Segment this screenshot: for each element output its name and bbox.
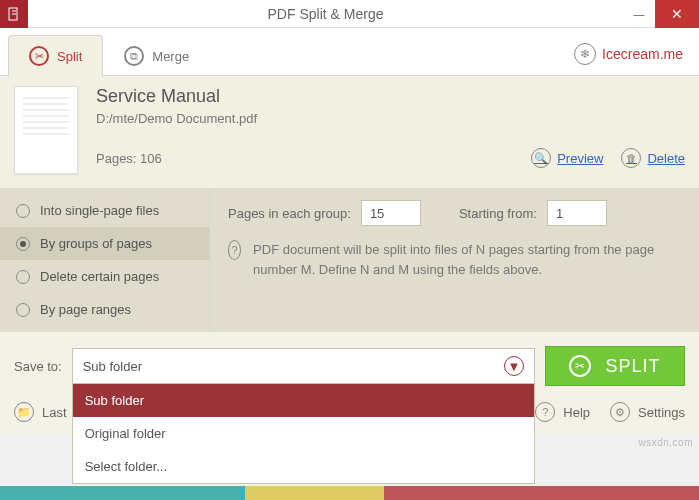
mode-delete-pages[interactable]: Delete certain pages bbox=[0, 260, 209, 293]
minimize-button[interactable]: — bbox=[623, 0, 655, 28]
info-text: PDF document will be split into files of… bbox=[253, 240, 681, 279]
dropdown-item-subfolder[interactable]: Sub folder bbox=[73, 384, 534, 417]
save-to-dropdown[interactable]: Sub folder ▼ Sub folder Original folder … bbox=[72, 348, 535, 384]
magnifier-icon: 🔍 bbox=[531, 148, 551, 168]
tab-split[interactable]: ✂ Split bbox=[8, 35, 103, 76]
delete-button[interactable]: 🗑 Delete bbox=[621, 148, 685, 168]
preview-label: Preview bbox=[557, 151, 603, 166]
last-label: Last bbox=[42, 405, 67, 420]
document-area: Service Manual D:/mte/Demo Document.pdf … bbox=[0, 76, 699, 188]
pages-label: Pages: 106 bbox=[96, 151, 162, 166]
help-label: Help bbox=[563, 405, 590, 420]
scissors-icon: ✂ bbox=[569, 355, 591, 377]
radio-icon bbox=[16, 237, 30, 251]
help-icon: ? bbox=[535, 402, 555, 422]
split-button[interactable]: ✂ SPLIT bbox=[545, 346, 685, 386]
tab-row: ✂ Split ⧉ Merge ❄ Icecream.me bbox=[0, 28, 699, 76]
last-button[interactable]: 📁 Last bbox=[14, 402, 67, 422]
tab-split-label: Split bbox=[57, 49, 82, 64]
mode-delete-label: Delete certain pages bbox=[40, 269, 159, 284]
starting-from-label: Starting from: bbox=[459, 206, 537, 221]
mode-single-page[interactable]: Into single-page files bbox=[0, 194, 209, 227]
tab-merge-label: Merge bbox=[152, 49, 189, 64]
dropdown-item-original[interactable]: Original folder bbox=[73, 417, 534, 450]
pages-each-label: Pages in each group: bbox=[228, 206, 351, 221]
mode-groups[interactable]: By groups of pages bbox=[0, 227, 209, 260]
document-thumbnail[interactable] bbox=[14, 86, 78, 174]
settings-button[interactable]: ⚙ Settings bbox=[610, 402, 685, 422]
document-meta: Service Manual D:/mte/Demo Document.pdf … bbox=[96, 86, 685, 178]
tab-merge[interactable]: ⧉ Merge bbox=[103, 35, 210, 76]
title-bar: PDF Split & Merge — ✕ bbox=[0, 0, 699, 28]
dropdown-display[interactable]: Sub folder ▼ bbox=[72, 348, 535, 384]
radio-icon bbox=[16, 270, 30, 284]
dropdown-item-select[interactable]: Select folder... bbox=[73, 450, 534, 483]
dropdown-menu: Sub folder Original folder Select folder… bbox=[72, 384, 535, 484]
mode-detail: Pages in each group: Starting from: ? PD… bbox=[210, 188, 699, 332]
gear-icon: ⚙ bbox=[610, 402, 630, 422]
brand-label: Icecream.me bbox=[602, 46, 683, 62]
close-button[interactable]: ✕ bbox=[655, 0, 699, 28]
document-path: D:/mte/Demo Document.pdf bbox=[96, 111, 685, 126]
watermark: wsxdn.com bbox=[638, 437, 693, 448]
bg-decoration bbox=[0, 486, 699, 500]
folder-icon: 📁 bbox=[14, 402, 34, 422]
mode-groups-label: By groups of pages bbox=[40, 236, 152, 251]
app-icon bbox=[0, 0, 28, 28]
trash-icon: 🗑 bbox=[621, 148, 641, 168]
mode-ranges-label: By page ranges bbox=[40, 302, 131, 317]
brand-link[interactable]: ❄ Icecream.me bbox=[566, 33, 691, 75]
info-icon: ? bbox=[228, 240, 241, 260]
mode-list: Into single-page files By groups of page… bbox=[0, 188, 210, 332]
save-row: Save to: Sub folder ▼ Sub folder Origina… bbox=[0, 332, 699, 396]
merge-icon: ⧉ bbox=[124, 46, 144, 66]
dropdown-selected: Sub folder bbox=[83, 359, 142, 374]
settings-label: Settings bbox=[638, 405, 685, 420]
pages-each-input[interactable] bbox=[361, 200, 421, 226]
document-title: Service Manual bbox=[96, 86, 685, 107]
delete-label: Delete bbox=[647, 151, 685, 166]
preview-button[interactable]: 🔍 Preview bbox=[531, 148, 603, 168]
mode-single-label: Into single-page files bbox=[40, 203, 159, 218]
starting-from-input[interactable] bbox=[547, 200, 607, 226]
save-to-label: Save to: bbox=[14, 359, 62, 374]
window-buttons: — ✕ bbox=[623, 0, 699, 28]
window-title: PDF Split & Merge bbox=[28, 6, 623, 22]
mode-ranges[interactable]: By page ranges bbox=[0, 293, 209, 326]
help-button[interactable]: ? Help bbox=[535, 402, 590, 422]
icecream-icon: ❄ bbox=[574, 43, 596, 65]
chevron-down-icon: ▼ bbox=[504, 356, 524, 376]
radio-icon bbox=[16, 303, 30, 317]
split-options: Into single-page files By groups of page… bbox=[0, 188, 699, 332]
radio-icon bbox=[16, 204, 30, 218]
scissors-icon: ✂ bbox=[29, 46, 49, 66]
split-button-label: SPLIT bbox=[605, 356, 660, 377]
